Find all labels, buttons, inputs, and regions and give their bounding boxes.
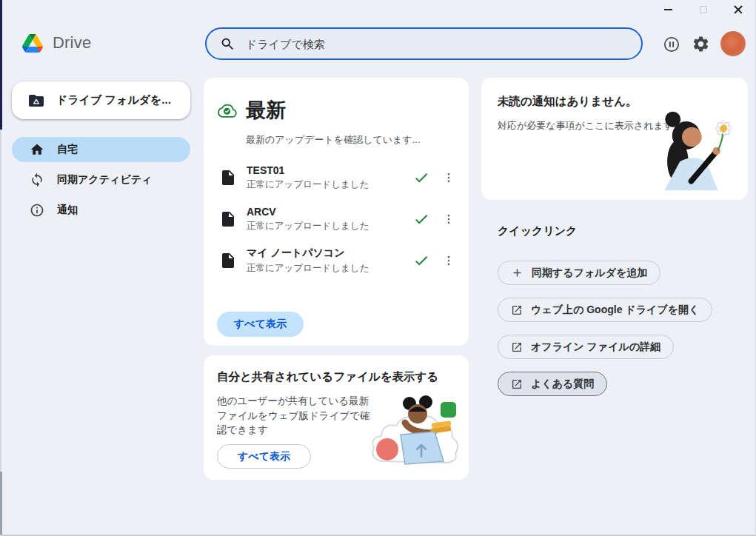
recent-file-list: TEST01 正常にアップロードしました ARCV [217, 161, 457, 277]
notifications-card: 未読の通知はありません。 対応が必要な事項がここに表示されます [481, 78, 748, 200]
offline-files-info-button[interactable]: オフライン ファイルの詳細 [498, 335, 674, 359]
external-link-icon [511, 378, 523, 390]
cloud-check-icon [217, 101, 238, 119]
add-sync-folder-button[interactable]: 同期するフォルダを追加 [498, 261, 660, 285]
check-icon [413, 170, 429, 186]
quick-link-label: 同期するフォルダを追加 [532, 267, 647, 280]
file-menu-button[interactable] [442, 254, 455, 267]
file-row[interactable]: ARCV 正常にアップロードしました [217, 203, 457, 235]
faq-button[interactable]: よくある質問 [498, 372, 607, 396]
quick-link-label: オフライン ファイルの詳細 [531, 341, 660, 354]
file-status: 正常にアップロードしました [247, 220, 369, 232]
file-name: TEST01 [247, 164, 369, 176]
shared-card-body: 他のユーザーが共有している最新ファイルをウェブ版ドライブで確認できます [217, 394, 375, 438]
left-edge-accent [0, 0, 2, 130]
check-icon [413, 211, 429, 227]
file-name: ARCV [247, 206, 369, 218]
file-text: ARCV 正常にアップロードしました [247, 206, 369, 232]
shared-show-all-button[interactable]: すべて表示 [217, 444, 311, 469]
open-drive-folder-button[interactable]: ドライブ フォルダを... [12, 81, 190, 119]
pause-sync-button[interactable] [663, 36, 680, 56]
external-link-icon [511, 304, 523, 316]
pause-icon [663, 36, 680, 53]
recent-card-title: 最新 [246, 97, 286, 124]
file-menu-button[interactable] [442, 171, 455, 184]
gear-icon [692, 35, 710, 53]
shared-card: 自分と共有されているファイルを表示する 他のユーザーが共有している最新ファイルを… [204, 355, 469, 480]
search-bar[interactable] [205, 27, 643, 60]
kebab-icon [442, 212, 455, 226]
file-text: TEST01 正常にアップロードしました [247, 164, 369, 191]
quick-links-title: クイックリンク [498, 224, 756, 238]
info-icon [30, 203, 44, 218]
brand: Drive [22, 33, 91, 53]
quick-links-list: 同期するフォルダを追加 ウェブ上の Google ドライブを開く オフライン フ… [498, 261, 756, 396]
document-icon [219, 210, 237, 228]
settings-button[interactable] [692, 35, 710, 56]
document-icon [219, 169, 237, 187]
file-row[interactable]: マイ ノートパソコン 正常にアップロードしました [217, 244, 457, 277]
left-scrollbar-thumb[interactable] [0, 472, 2, 536]
sidebar-item-label: 同期アクティビティ [57, 173, 152, 187]
file-status: 正常にアップロードしました [247, 262, 369, 275]
sidebar-item-label: 通知 [57, 204, 78, 217]
file-menu-button[interactable] [442, 212, 455, 226]
shared-card-title: 自分と共有されているファイルを表示する [217, 369, 455, 385]
document-icon [219, 252, 237, 269]
minimize-button[interactable] [651, 0, 686, 19]
file-text: マイ ノートパソコン 正常にアップロードしました [247, 247, 369, 275]
close-icon [734, 5, 743, 14]
recent-card: 最新 最新のアップデートを確認しています... TEST01 正常にアップロード… [204, 78, 469, 346]
sidebar-item-label: 自宅 [57, 143, 78, 156]
search-icon [220, 36, 235, 52]
maximize-button[interactable] [686, 0, 720, 19]
account-avatar[interactable] [720, 31, 746, 56]
recent-card-header: 最新 [217, 97, 457, 124]
recent-card-subtitle: 最新のアップデートを確認しています... [246, 133, 457, 147]
minimize-icon [664, 9, 672, 10]
sidebar-item-notifications[interactable]: 通知 [12, 198, 190, 223]
file-row[interactable]: TEST01 正常にアップロードしました [217, 161, 457, 194]
plus-icon [511, 267, 523, 279]
no-notifications-illustration [655, 107, 739, 192]
maximize-icon [700, 6, 707, 13]
avatar-image [720, 31, 746, 56]
shared-files-illustration [367, 389, 464, 478]
home-icon [30, 142, 44, 157]
drive-folder-icon [27, 92, 45, 110]
left-edge-line [0, 130, 1, 472]
sidebar-item-sync-activity[interactable]: 同期アクティビティ [12, 167, 190, 192]
open-drive-web-button[interactable]: ウェブ上の Google ドライブを開く [498, 298, 712, 322]
quick-link-label: よくある質問 [531, 378, 594, 391]
sidebar-nav: 自宅 同期アクティビティ 通知 [12, 137, 190, 223]
search-input[interactable] [244, 37, 628, 51]
quick-link-label: ウェブ上の Google ドライブを開く [531, 304, 699, 317]
kebab-icon [442, 254, 455, 267]
kebab-icon [442, 171, 455, 184]
app-title: Drive [53, 33, 91, 53]
external-link-icon [511, 341, 523, 353]
close-button[interactable] [720, 0, 755, 19]
file-name: マイ ノートパソコン [247, 247, 369, 260]
recent-show-all-button[interactable]: すべて表示 [217, 312, 304, 337]
open-drive-folder-label: ドライブ フォルダを... [56, 93, 171, 107]
file-status: 正常にアップロードしました [247, 178, 369, 191]
sync-icon [30, 172, 44, 187]
app-window: Drive ドライブ フォルダを... [0, 0, 756, 536]
drive-logo-icon [22, 34, 43, 53]
check-icon [413, 252, 429, 269]
quick-links-section: クイックリンク 同期するフォルダを追加 ウェブ上の Google ドライブを開く… [481, 224, 756, 396]
titlebar-controls [651, 0, 755, 19]
sidebar-item-home[interactable]: 自宅 [12, 137, 190, 162]
